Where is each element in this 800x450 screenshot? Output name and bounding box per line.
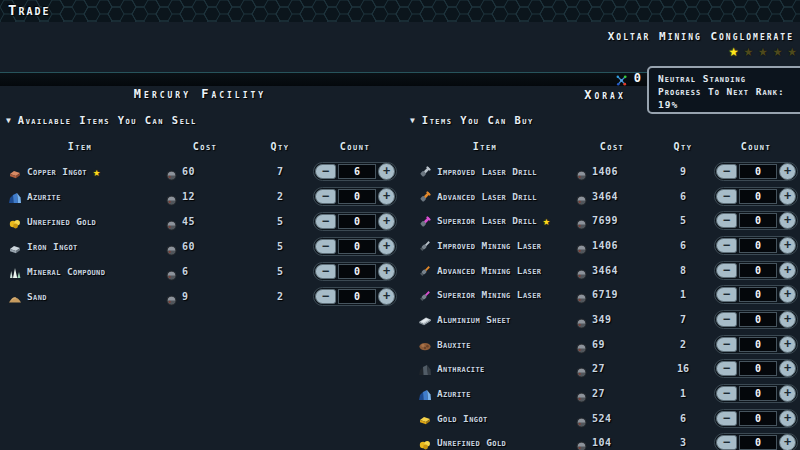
increase-count-button[interactable]: + xyxy=(779,385,796,402)
hex-pattern-background xyxy=(0,0,800,22)
decrease-count-button[interactable]: − xyxy=(716,213,737,228)
azurite-icon xyxy=(8,190,22,204)
increase-count-button[interactable]: + xyxy=(779,163,796,180)
count-stepper: − 0 + xyxy=(714,359,798,378)
table-row: Mineral Compound ★ 6 xyxy=(0,259,400,284)
item-cost: 7699 xyxy=(592,215,618,226)
increase-count-button[interactable]: + xyxy=(779,311,796,328)
decrease-count-button[interactable]: − xyxy=(716,287,737,302)
star-empty-icon: ★ xyxy=(758,42,768,60)
increase-count-button[interactable]: + xyxy=(378,188,395,205)
increase-count-button[interactable]: + xyxy=(779,336,796,353)
decrease-count-button[interactable]: − xyxy=(716,164,737,179)
star-empty-icon: ★ xyxy=(743,42,753,60)
buy-section-header[interactable]: ▼ Items You Can Buy xyxy=(400,112,800,128)
sell-section-header[interactable]: ▼ Available Items You Can Sell xyxy=(0,112,400,128)
item-cost: 27 xyxy=(592,388,605,399)
star-icon: ★ xyxy=(93,166,100,178)
currency-amount: 0 xyxy=(634,71,641,85)
count-stepper: − 0 + xyxy=(714,335,798,354)
item-qty: 5 xyxy=(250,266,310,277)
item-name: Superior Laser Drill xyxy=(437,215,537,226)
increase-count-button[interactable]: + xyxy=(779,237,796,254)
decrease-count-button[interactable]: − xyxy=(315,289,336,304)
triangle-down-icon: ▼ xyxy=(6,116,11,125)
column-header-qty: Qty xyxy=(250,141,310,152)
standing-tooltip: Neutral Standing Progress To Next Rank: … xyxy=(647,66,800,114)
decrease-count-button[interactable]: − xyxy=(315,164,336,179)
item-name: Improved Laser Drill xyxy=(437,166,537,177)
credits-icon xyxy=(166,166,177,177)
item-qty: 1 xyxy=(654,388,712,399)
item-name: Gold Ingot xyxy=(437,413,488,424)
decrease-count-button[interactable]: − xyxy=(716,435,737,450)
count-value: 0 xyxy=(739,238,777,253)
increase-count-button[interactable]: + xyxy=(779,434,796,450)
count-stepper: − 0 + xyxy=(714,384,798,403)
count-stepper: − 0 + xyxy=(714,236,798,255)
table-row: Gold Ingot ★ 524 xyxy=(400,406,800,431)
improved-mining-laser-icon xyxy=(418,238,432,252)
decrease-count-button[interactable]: − xyxy=(716,263,737,278)
decrease-count-button[interactable]: − xyxy=(716,411,737,426)
item-qty: 6 xyxy=(654,240,712,251)
star-empty-icon: ★ xyxy=(773,42,783,60)
item-cost: 1406 xyxy=(592,166,618,177)
bauxite-icon xyxy=(418,337,432,351)
increase-count-button[interactable]: + xyxy=(378,288,395,305)
xorax-currency-icon xyxy=(615,72,628,85)
count-stepper: − 0 + xyxy=(313,262,397,281)
credits-icon xyxy=(166,291,177,302)
decrease-count-button[interactable]: − xyxy=(315,214,336,229)
decrease-count-button[interactable]: − xyxy=(315,189,336,204)
table-row: Aluminium Sheet ★ 349 xyxy=(400,307,800,332)
count-value: 0 xyxy=(739,337,777,352)
item-qty: 7 xyxy=(250,166,310,177)
table-row: Unrefined Gold ★ 104 xyxy=(400,431,800,450)
increase-count-button[interactable]: + xyxy=(779,286,796,303)
increase-count-button[interactable]: + xyxy=(779,262,796,279)
item-name: Sand xyxy=(27,291,47,302)
increase-count-button[interactable]: + xyxy=(779,188,796,205)
count-value: 0 xyxy=(338,239,376,254)
faction-stars: ★★★★★ xyxy=(729,42,797,60)
item-name: Aluminium Sheet xyxy=(437,314,511,325)
mineral-compound-icon xyxy=(8,265,22,279)
count-stepper: − 0 + xyxy=(714,285,798,304)
increase-count-button[interactable]: + xyxy=(378,213,395,230)
decrease-count-button[interactable]: − xyxy=(716,386,737,401)
item-name: Iron Ingot xyxy=(27,241,78,252)
decrease-count-button[interactable]: − xyxy=(315,239,336,254)
count-stepper: − 0 + xyxy=(714,409,798,428)
increase-count-button[interactable]: + xyxy=(378,163,395,180)
decrease-count-button[interactable]: − xyxy=(315,264,336,279)
decrease-count-button[interactable]: − xyxy=(716,238,737,253)
count-stepper: − 0 + xyxy=(313,237,397,256)
decrease-count-button[interactable]: − xyxy=(716,361,737,376)
table-row: Improved Laser Drill ★ 1406 xyxy=(400,159,800,184)
count-value: 0 xyxy=(739,411,777,426)
table-row: Improved Mining Laser ★ 1406 xyxy=(400,233,800,258)
column-header-item: Item xyxy=(400,141,570,152)
decrease-count-button[interactable]: − xyxy=(716,337,737,352)
count-value: 0 xyxy=(739,312,777,327)
table-row: Advanced Mining Laser ★ 3464 xyxy=(400,258,800,283)
table-row: Azurite ★ 12 xyxy=(0,184,400,209)
buy-section-title: Items You Can Buy xyxy=(422,114,534,126)
increase-count-button[interactable]: + xyxy=(779,212,796,229)
increase-count-button[interactable]: + xyxy=(779,360,796,377)
improved-laser-drill-icon xyxy=(418,164,432,178)
item-name: Advanced Laser Drill xyxy=(437,191,537,202)
item-qty: 6 xyxy=(654,413,712,424)
decrease-count-button[interactable]: − xyxy=(716,312,737,327)
increase-count-button[interactable]: + xyxy=(779,410,796,427)
increase-count-button[interactable]: + xyxy=(378,238,395,255)
item-cost: 60 xyxy=(182,241,195,252)
copper-ingot-icon xyxy=(8,165,22,179)
star-filled-icon: ★ xyxy=(729,42,739,60)
credits-icon xyxy=(166,191,177,202)
decrease-count-button[interactable]: − xyxy=(716,189,737,204)
increase-count-button[interactable]: + xyxy=(378,263,395,280)
sell-rows: Copper Ingot ★ 60 xyxy=(0,159,400,309)
table-row: Unrefined Gold ★ 45 xyxy=(0,209,400,234)
